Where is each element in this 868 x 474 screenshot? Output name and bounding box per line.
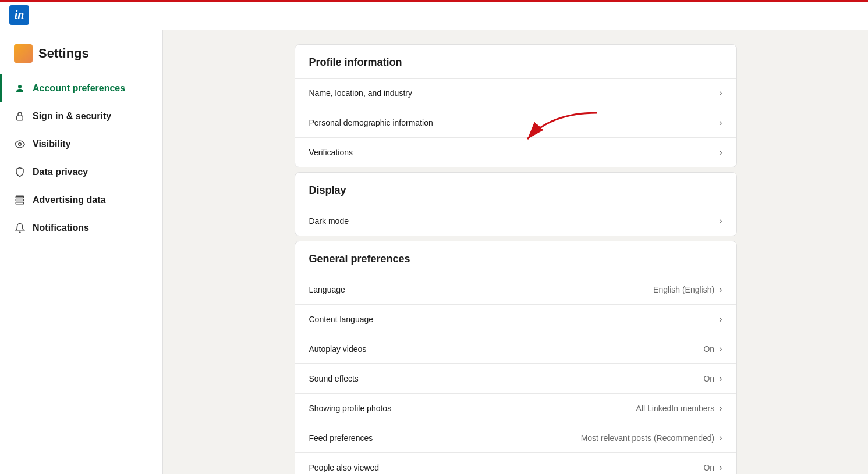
chevron-right-icon: › bbox=[719, 88, 722, 98]
autoplay-videos-value: On bbox=[703, 344, 714, 354]
chevron-right-icon-7: › bbox=[719, 344, 722, 354]
chevron-right-icon-6: › bbox=[719, 314, 722, 325]
autoplay-videos-row[interactable]: Autoplay videos On › bbox=[295, 334, 736, 363]
name-location-industry-row[interactable]: Name, location, and industry › bbox=[295, 78, 736, 108]
person-icon bbox=[14, 83, 26, 94]
sidebar-item-label-sign-in-security: Sign in & security bbox=[33, 111, 111, 122]
lock-icon bbox=[14, 111, 26, 122]
sidebar-nav: Account preferences Sign in & security V… bbox=[0, 74, 162, 242]
showing-profile-photos-right: All LinkedIn members › bbox=[636, 403, 722, 414]
chevron-right-icon-5: › bbox=[719, 284, 722, 295]
sidebar-item-account-preferences[interactable]: Account preferences bbox=[0, 74, 162, 102]
chevron-right-icon-11: › bbox=[719, 462, 722, 473]
chevron-right-icon-2: › bbox=[719, 117, 722, 128]
sidebar-title-area: Settings bbox=[0, 44, 162, 74]
name-location-industry-label: Name, location, and industry bbox=[309, 88, 412, 98]
list-icon bbox=[14, 194, 26, 206]
autoplay-videos-label: Autoplay videos bbox=[309, 344, 367, 354]
eye-icon bbox=[14, 138, 26, 150]
sidebar-item-advertising-data[interactable]: Advertising data bbox=[0, 186, 162, 214]
content-area: Profile information Name, location, and … bbox=[163, 30, 868, 474]
autoplay-videos-right: On › bbox=[703, 344, 722, 354]
dark-mode-right: › bbox=[719, 216, 722, 226]
chevron-right-icon-10: › bbox=[719, 433, 722, 443]
sidebar-item-visibility[interactable]: Visibility bbox=[0, 130, 162, 158]
verifications-row[interactable]: Verifications › bbox=[295, 137, 736, 167]
dark-mode-label: Dark mode bbox=[309, 216, 349, 226]
settings-title: Settings bbox=[38, 46, 89, 61]
language-row[interactable]: Language English (English) › bbox=[295, 275, 736, 304]
sidebar-item-label-visibility: Visibility bbox=[33, 139, 71, 149]
svg-rect-5 bbox=[16, 202, 24, 204]
svg-point-2 bbox=[19, 143, 22, 146]
dark-mode-row[interactable]: Dark mode › bbox=[295, 206, 736, 236]
showing-profile-photos-row[interactable]: Showing profile photos All LinkedIn memb… bbox=[295, 393, 736, 423]
bell-icon bbox=[14, 222, 26, 234]
feed-preferences-row[interactable]: Feed preferences Most relevant posts (Re… bbox=[295, 423, 736, 452]
feed-preferences-right: Most relevant posts (Recommended) › bbox=[581, 433, 722, 443]
svg-rect-4 bbox=[16, 199, 24, 201]
feed-preferences-label: Feed preferences bbox=[309, 433, 373, 443]
feed-preferences-value: Most relevant posts (Recommended) bbox=[581, 433, 715, 443]
showing-profile-photos-label: Showing profile photos bbox=[309, 404, 392, 413]
sidebar: Settings Account preferences Sign in & s… bbox=[0, 30, 163, 474]
personal-demographic-label: Personal demographic information bbox=[309, 118, 433, 127]
red-accent-line bbox=[0, 0, 868, 2]
language-value: English (English) bbox=[653, 285, 714, 294]
chevron-right-icon-9: › bbox=[719, 403, 722, 414]
main-layout: Settings Account preferences Sign in & s… bbox=[0, 30, 868, 474]
people-also-viewed-label: People also viewed bbox=[309, 463, 380, 472]
general-preferences-panel: General preferences Language English (En… bbox=[295, 241, 737, 474]
sound-effects-right: On › bbox=[703, 373, 722, 384]
shield-icon bbox=[14, 166, 26, 178]
name-location-industry-right: › bbox=[719, 88, 722, 98]
personal-demographic-row[interactable]: Personal demographic information › bbox=[295, 108, 736, 137]
user-avatar bbox=[14, 44, 33, 63]
sidebar-item-sign-in-security[interactable]: Sign in & security bbox=[0, 102, 162, 130]
showing-profile-photos-value: All LinkedIn members bbox=[636, 404, 715, 413]
people-also-viewed-row[interactable]: People also viewed On › bbox=[295, 452, 736, 474]
svg-rect-3 bbox=[16, 196, 24, 198]
language-right: English (English) › bbox=[653, 284, 722, 295]
profile-information-panel: Profile information Name, location, and … bbox=[295, 44, 737, 167]
svg-rect-1 bbox=[17, 116, 23, 120]
profile-information-title: Profile information bbox=[295, 45, 736, 78]
chevron-right-icon-4: › bbox=[719, 216, 722, 226]
sidebar-item-label-data-privacy: Data privacy bbox=[33, 167, 88, 177]
display-title: Display bbox=[295, 173, 736, 206]
content-language-right: › bbox=[719, 314, 722, 325]
sidebar-item-label-advertising-data: Advertising data bbox=[33, 195, 105, 205]
content-language-label: Content language bbox=[309, 315, 374, 324]
personal-demographic-right: › bbox=[719, 117, 722, 128]
svg-point-0 bbox=[18, 85, 22, 88]
sound-effects-row[interactable]: Sound effects On › bbox=[295, 363, 736, 393]
sidebar-item-data-privacy[interactable]: Data privacy bbox=[0, 158, 162, 186]
sidebar-item-label-account-preferences: Account preferences bbox=[33, 83, 125, 94]
chevron-right-icon-8: › bbox=[719, 373, 722, 384]
verifications-right: › bbox=[719, 147, 722, 158]
people-also-viewed-value: On bbox=[703, 463, 714, 472]
sound-effects-label: Sound effects bbox=[309, 374, 359, 383]
verifications-label: Verifications bbox=[309, 148, 353, 157]
language-label: Language bbox=[309, 285, 345, 294]
sidebar-item-notifications[interactable]: Notifications bbox=[0, 214, 162, 242]
sidebar-item-label-notifications: Notifications bbox=[33, 223, 89, 233]
topbar: in bbox=[0, 0, 868, 30]
content-language-row[interactable]: Content language › bbox=[295, 304, 736, 334]
display-panel: Display Dark mode › bbox=[295, 172, 737, 236]
general-preferences-title: General preferences bbox=[295, 241, 736, 275]
content-wrapper: Profile information Name, location, and … bbox=[295, 44, 737, 474]
sound-effects-value: On bbox=[703, 374, 714, 383]
linkedin-logo[interactable]: in bbox=[9, 5, 29, 25]
people-also-viewed-right: On › bbox=[703, 462, 722, 473]
chevron-right-icon-3: › bbox=[719, 147, 722, 158]
